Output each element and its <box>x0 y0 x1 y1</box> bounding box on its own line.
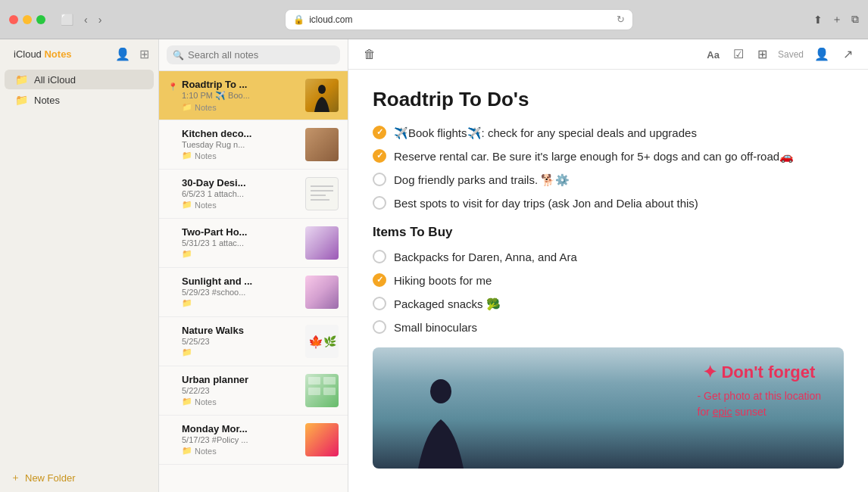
note-item-4[interactable]: Two-Part Ho... 5/31/23 1 attac... 📁 <box>159 219 348 268</box>
urban-grid <box>307 375 337 406</box>
forward-button[interactable]: › <box>95 12 105 27</box>
checkbox-3[interactable] <box>373 173 386 186</box>
app-container: iCloud Notes 👤 ⊞ 📁 All iCloud 📁 Notes ＋ … <box>0 39 868 492</box>
note-2-info: Kitchen deco... Tuesday Rug n... 📁 Notes <box>182 128 299 160</box>
checkbox-4[interactable] <box>373 196 386 210</box>
tab-overview-icon[interactable]: ⧉ <box>851 13 859 26</box>
checkbox-5[interactable] <box>373 250 386 263</box>
back-button[interactable]: ‹ <box>81 12 91 27</box>
note-7-time: 5/22/23 <box>182 386 210 395</box>
note-1-time: 1:10 PM <box>182 91 213 100</box>
saved-label: Saved <box>778 49 804 60</box>
folder-icon-7: 📁 <box>182 397 192 406</box>
folder-icon-3: 📁 <box>182 200 192 210</box>
svg-rect-5 <box>308 377 320 385</box>
checkbox-1[interactable] <box>373 126 386 139</box>
sidebar-item-all-icloud[interactable]: 📁 All iCloud <box>5 70 154 89</box>
sidebar-item-notes[interactable]: 📁 Notes <box>5 90 154 110</box>
note-item-5[interactable]: Sunlight and ... 5/29/23 #schoo... 📁 <box>159 268 348 317</box>
new-tab-icon[interactable]: ＋ <box>832 13 842 26</box>
note-1-folder: 📁 Notes <box>182 102 299 112</box>
folder-icon-5: 📁 <box>182 298 192 308</box>
note-item-8[interactable]: Monday Mor... 5/17/23 #Policy ... 📁 Note… <box>159 416 348 465</box>
note-1-thumbnail <box>305 79 339 112</box>
grid-icon[interactable]: ⊞ <box>139 47 149 61</box>
folder-icon-2: 📁 <box>182 151 192 160</box>
checkbox-6[interactable] <box>373 273 386 287</box>
note-4-subtitle: 1 attac... <box>212 238 244 248</box>
sidebar-header: iCloud Notes 👤 ⊞ <box>0 39 158 66</box>
note-1-subtitle: ✈️ Boo... <box>215 91 250 100</box>
share-icon[interactable]: ⬆ <box>813 14 823 26</box>
note-4-time: 5/31/23 <box>182 238 210 248</box>
app-name: Notes <box>44 48 71 60</box>
note-5-meta: 5/29/23 #schoo... <box>182 288 299 297</box>
svg-rect-8 <box>323 388 336 395</box>
note-3-folder-label: Notes <box>195 201 217 210</box>
note-item-2[interactable]: Kitchen deco... Tuesday Rug n... 📁 Notes <box>159 120 348 170</box>
account-icon[interactable]: 👤 <box>115 47 130 61</box>
note-8-title: Monday Mor... <box>182 423 299 434</box>
note-7-title: Urban planner <box>182 374 299 385</box>
checklist-item-2-text: Reserve rental car. Be sure it's large e… <box>394 148 794 164</box>
checklist-item-7: Packaged snacks 🥦 <box>373 296 844 312</box>
note-8-folder-label: Notes <box>195 447 217 456</box>
checklist-item-3-text: Dog friendly parks and trails. 🐕⚙️ <box>394 172 570 188</box>
traffic-lights <box>9 15 45 24</box>
notes-list: 🔍 📍 Roadtrip To ... 1:10 PM ✈️ Boo... 📁 <box>159 39 348 492</box>
checklist-item-4-text: Best spots to visit for day trips (ask J… <box>394 195 698 211</box>
folder-icon-8: 📁 <box>182 446 192 456</box>
silhouette-svg <box>311 83 333 112</box>
table-button[interactable]: ⊞ <box>754 45 770 63</box>
note-body: Roadtrip To Do's ✈️Book flights✈️: check… <box>348 70 868 492</box>
note-5-time: 5/29/23 <box>182 288 210 297</box>
minimize-button[interactable] <box>23 15 32 24</box>
note-5-subtitle: #schoo... <box>212 288 246 297</box>
export-icon: ↗ <box>843 48 853 61</box>
note-2-folder-label: Notes <box>195 151 217 160</box>
main-toolbar: 🗑 Aa ☑ ⊞ Saved 👤 ↗ <box>348 39 868 70</box>
note-7-folder-label: Notes <box>195 397 217 406</box>
checkbox-2[interactable] <box>373 149 386 163</box>
note-1-title: Roadtrip To ... <box>182 79 299 90</box>
note-item-3[interactable]: 30-Day Desi... 6/5/23 1 attach... 📁 Note… <box>159 170 348 219</box>
note-4-title: Two-Part Ho... <box>182 226 299 238</box>
checklist-section-1: ✈️Book flights✈️: check for any special … <box>373 125 844 211</box>
export-button[interactable]: ↗ <box>840 45 856 63</box>
refresh-icon[interactable]: ↻ <box>617 14 625 25</box>
note-item-7[interactable]: Urban planner 5/22/23 📁 Notes <box>159 366 348 416</box>
checkbox-7[interactable] <box>373 297 386 310</box>
note-item-6[interactable]: Nature Walks 5/25/23 📁 🍁🌿 <box>159 317 348 366</box>
trash-button[interactable]: 🗑 <box>361 46 379 63</box>
checklist-item-3: Dog friendly parks and trails. 🐕⚙️ <box>373 172 844 188</box>
section-2-title: Items To Buy <box>373 225 844 240</box>
note-item-1[interactable]: 📍 Roadtrip To ... 1:10 PM ✈️ Boo... 📁 No… <box>159 71 348 120</box>
note-5-folder: 📁 <box>182 298 299 308</box>
close-button[interactable] <box>9 15 18 24</box>
note-7-meta: 5/22/23 <box>182 386 299 395</box>
note-1-folder-label: Notes <box>195 103 217 112</box>
folder-icon-6: 📁 <box>182 347 192 357</box>
note-2-folder: 📁 Notes <box>182 151 299 160</box>
checklist-item-7-text: Packaged snacks 🥦 <box>394 296 501 312</box>
sidebar-toggle[interactable]: ⬜ <box>58 12 76 27</box>
folder-icon-4: 📁 <box>182 249 192 259</box>
checkbox-8[interactable] <box>373 320 386 334</box>
svg-point-9 <box>430 379 451 403</box>
checklist-item-2: Reserve rental car. Be sure it's large e… <box>373 148 844 164</box>
app-brand: iCloud Notes <box>14 48 72 60</box>
maximize-button[interactable] <box>36 15 45 24</box>
share-button[interactable]: 👤 <box>811 45 832 63</box>
note-1-meta: 1:10 PM ✈️ Boo... <box>182 91 299 101</box>
note-image-text: ✦ Don't forget - Get photo at this locat… <box>698 363 821 420</box>
note-6-meta: 5/25/23 <box>182 337 299 346</box>
note-2-title: Kitchen deco... <box>182 128 299 139</box>
text-format-button[interactable]: Aa <box>704 46 723 63</box>
note-3-meta: 6/5/23 1 attach... <box>182 189 299 198</box>
search-input[interactable] <box>188 49 334 61</box>
new-folder-button[interactable]: ＋ New Folder <box>11 471 75 484</box>
note-6-thumbnail: 🍁🌿 <box>305 325 339 358</box>
address-bar[interactable]: 🔒 icloud.com ↻ <box>285 9 633 30</box>
note-3-subtitle: 1 attach... <box>208 189 244 198</box>
checklist-button[interactable]: ☑ <box>730 45 747 63</box>
